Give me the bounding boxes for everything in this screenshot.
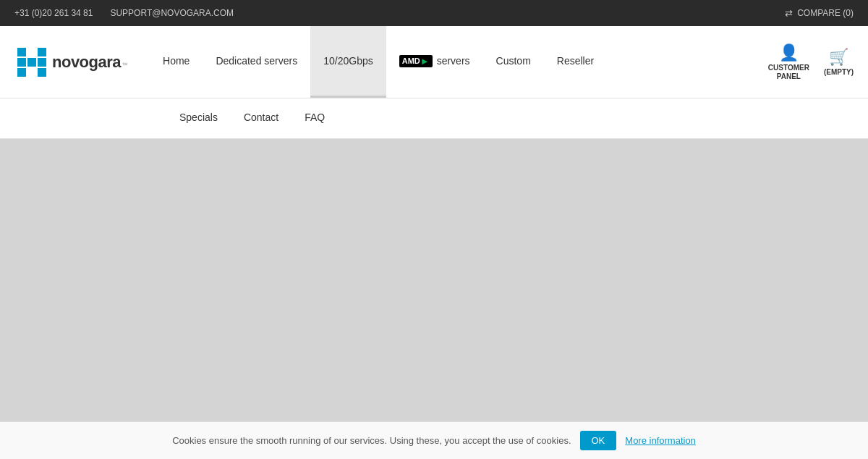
nav-item-specials[interactable]: Specials (166, 98, 231, 138)
nav-item-contact[interactable]: Contact (231, 98, 292, 138)
cart-label: (EMPTY) (824, 68, 854, 77)
secondary-nav: Specials Contact FAQ (0, 98, 868, 139)
customer-panel-label: CUSTOMERPANEL (768, 64, 809, 81)
svg-rect-0 (17, 48, 26, 56)
nav-item-amd[interactable]: AMD► servers (386, 26, 483, 98)
nav-item-faq[interactable]: FAQ (292, 98, 338, 138)
compare-link[interactable]: COMPARE (0) (797, 8, 854, 18)
email-link[interactable]: SUPPORT@NOVOGARA.COM (110, 8, 234, 18)
amd-badge: AMD► (399, 55, 433, 67)
nav-item-custom[interactable]: Custom (483, 26, 544, 98)
topbar-left: +31 (0)20 261 34 81 SUPPORT@NOVOGARA.COM (14, 8, 234, 18)
cookie-more-link[interactable]: More information (625, 435, 696, 446)
topbar-right: ⇄ COMPARE (0) (785, 8, 854, 19)
amd-servers-label: servers (437, 55, 470, 67)
topbar: +31 (0)20 261 34 81 SUPPORT@NOVOGARA.COM… (0, 0, 868, 26)
customer-panel-button[interactable]: 👤 CUSTOMERPANEL (768, 43, 809, 81)
nav-item-reseller[interactable]: Reseller (544, 26, 607, 98)
logo-icon (14, 45, 49, 80)
nav-item-home[interactable]: Home (150, 26, 203, 98)
logo-area: novogara ™ (14, 45, 128, 80)
logo-text: novogara (52, 53, 121, 72)
phone-link[interactable]: +31 (0)20 261 34 81 (14, 8, 93, 18)
main-nav: Home Dedicated servers 10/20Gbps AMD► se… (150, 26, 754, 98)
svg-rect-2 (17, 68, 26, 77)
compare-icon: ⇄ (785, 8, 793, 19)
logo-text-container: novogara ™ (52, 53, 128, 72)
nav-item-dedicated[interactable]: Dedicated servers (203, 26, 310, 98)
svg-rect-6 (38, 68, 46, 77)
cookie-text: Cookies ensure the smooth running of our… (172, 435, 571, 446)
header-icons: 👤 CUSTOMERPANEL 🛒 (EMPTY) (768, 43, 854, 81)
cart-icon: 🛒 (829, 48, 848, 67)
nav-item-10gbps[interactable]: 10/20Gbps (310, 26, 386, 98)
cart-button[interactable]: 🛒 (EMPTY) (824, 48, 854, 77)
svg-rect-4 (38, 48, 46, 56)
logo-tm: ™ (122, 62, 128, 69)
svg-rect-1 (17, 58, 26, 67)
svg-rect-3 (27, 58, 36, 67)
svg-rect-5 (38, 58, 46, 67)
main-content (0, 139, 868, 414)
user-icon: 👤 (779, 43, 799, 62)
cookie-ok-button[interactable]: OK (580, 431, 617, 450)
cookie-banner: Cookies ensure the smooth running of our… (0, 421, 868, 459)
amd-arrow: ► (420, 56, 430, 67)
header: novogara ™ Home Dedicated servers 10/20G… (0, 26, 868, 98)
